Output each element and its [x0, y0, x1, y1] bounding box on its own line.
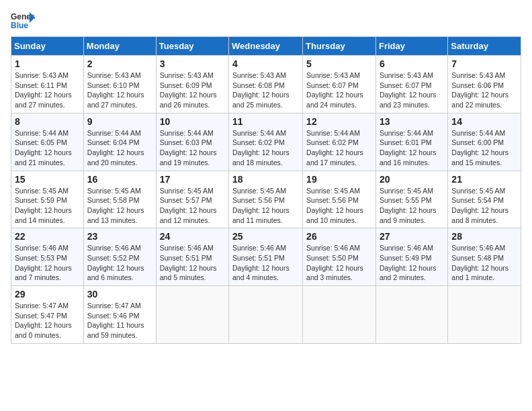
logo-icon: General Blue: [11, 11, 35, 30]
day-number: 10: [160, 116, 225, 127]
day-info: Sunrise: 5:46 AM Sunset: 5:53 PM Dayligh…: [15, 243, 80, 283]
day-number: 29: [15, 289, 80, 300]
day-info: Sunrise: 5:46 AM Sunset: 5:49 PM Dayligh…: [380, 243, 444, 283]
calendar-cell: 8 Sunrise: 5:44 AM Sunset: 6:05 PM Dayli…: [11, 113, 84, 171]
day-info: Sunrise: 5:45 AM Sunset: 5:56 PM Dayligh…: [306, 186, 372, 226]
day-info: Sunrise: 5:43 AM Sunset: 6:08 PM Dayligh…: [232, 71, 299, 110]
weekday-header: Thursday: [303, 37, 376, 56]
calendar-cell: 28 Sunrise: 5:46 AM Sunset: 5:48 PM Dayl…: [448, 228, 521, 286]
day-number: 17: [160, 174, 225, 185]
day-number: 6: [380, 58, 444, 69]
day-number: 25: [232, 231, 299, 242]
day-number: 13: [380, 116, 444, 127]
calendar-week-row: 8 Sunrise: 5:44 AM Sunset: 6:05 PM Dayli…: [11, 113, 521, 171]
calendar-cell: 24 Sunrise: 5:46 AM Sunset: 5:51 PM Dayl…: [156, 228, 228, 286]
weekday-header: Monday: [83, 37, 156, 56]
day-number: 20: [380, 174, 444, 185]
weekday-header: Wednesday: [229, 37, 303, 56]
day-number: 18: [232, 174, 299, 185]
day-info: Sunrise: 5:43 AM Sunset: 6:07 PM Dayligh…: [380, 71, 444, 110]
calendar-cell: 14 Sunrise: 5:44 AM Sunset: 6:00 PM Dayl…: [448, 113, 521, 171]
day-info: Sunrise: 5:46 AM Sunset: 5:48 PM Dayligh…: [451, 243, 517, 283]
calendar-cell: 19 Sunrise: 5:45 AM Sunset: 5:56 PM Dayl…: [303, 171, 376, 228]
day-number: 3: [160, 58, 225, 69]
day-info: Sunrise: 5:43 AM Sunset: 6:10 PM Dayligh…: [87, 71, 152, 110]
day-info: Sunrise: 5:44 AM Sunset: 6:05 PM Dayligh…: [15, 128, 80, 168]
calendar-cell: 6 Sunrise: 5:43 AM Sunset: 6:07 PM Dayli…: [375, 56, 447, 113]
day-number: 24: [160, 231, 225, 242]
calendar-cell: [156, 286, 228, 344]
day-info: Sunrise: 5:46 AM Sunset: 5:51 PM Dayligh…: [160, 243, 225, 283]
day-number: 16: [87, 174, 152, 185]
calendar-cell: 30 Sunrise: 5:47 AM Sunset: 5:46 PM Dayl…: [83, 286, 156, 344]
calendar-cell: [303, 286, 376, 344]
day-info: Sunrise: 5:45 AM Sunset: 5:57 PM Dayligh…: [160, 186, 225, 226]
day-info: Sunrise: 5:44 AM Sunset: 6:02 PM Dayligh…: [306, 128, 372, 168]
day-number: 23: [87, 231, 152, 242]
day-info: Sunrise: 5:44 AM Sunset: 6:03 PM Dayligh…: [160, 128, 225, 168]
day-info: Sunrise: 5:44 AM Sunset: 6:04 PM Dayligh…: [87, 128, 152, 168]
day-info: Sunrise: 5:45 AM Sunset: 5:58 PM Dayligh…: [87, 186, 152, 226]
calendar-cell: 5 Sunrise: 5:43 AM Sunset: 6:07 PM Dayli…: [303, 56, 376, 113]
day-number: 19: [306, 174, 372, 185]
day-number: 2: [87, 58, 152, 69]
day-number: 11: [232, 116, 299, 127]
calendar-cell: 10 Sunrise: 5:44 AM Sunset: 6:03 PM Dayl…: [156, 113, 228, 171]
weekday-header: Saturday: [448, 37, 521, 56]
calendar-cell: 25 Sunrise: 5:46 AM Sunset: 5:51 PM Dayl…: [229, 228, 303, 286]
calendar-cell: 16 Sunrise: 5:45 AM Sunset: 5:58 PM Dayl…: [83, 171, 156, 228]
day-number: 26: [306, 231, 372, 242]
calendar-week-row: 22 Sunrise: 5:46 AM Sunset: 5:53 PM Dayl…: [11, 228, 521, 286]
day-info: Sunrise: 5:43 AM Sunset: 6:11 PM Dayligh…: [15, 71, 80, 110]
day-number: 4: [232, 58, 299, 69]
day-info: Sunrise: 5:43 AM Sunset: 6:06 PM Dayligh…: [451, 71, 517, 110]
calendar-cell: 12 Sunrise: 5:44 AM Sunset: 6:02 PM Dayl…: [303, 113, 376, 171]
day-number: 15: [15, 174, 80, 185]
calendar-header-row: SundayMondayTuesdayWednesdayThursdayFrid…: [11, 37, 521, 56]
calendar-cell: 13 Sunrise: 5:44 AM Sunset: 6:01 PM Dayl…: [375, 113, 447, 171]
day-info: Sunrise: 5:45 AM Sunset: 5:59 PM Dayligh…: [15, 186, 80, 226]
day-info: Sunrise: 5:46 AM Sunset: 5:52 PM Dayligh…: [87, 243, 152, 283]
svg-text:Blue: Blue: [11, 21, 28, 30]
day-info: Sunrise: 5:44 AM Sunset: 6:00 PM Dayligh…: [451, 128, 517, 168]
calendar-cell: 11 Sunrise: 5:44 AM Sunset: 6:02 PM Dayl…: [229, 113, 303, 171]
calendar-cell: 9 Sunrise: 5:44 AM Sunset: 6:04 PM Dayli…: [83, 113, 156, 171]
day-info: Sunrise: 5:44 AM Sunset: 6:01 PM Dayligh…: [380, 128, 444, 168]
page-header: General Blue: [11, 11, 521, 30]
calendar-cell: [448, 286, 521, 344]
day-number: 5: [306, 58, 372, 69]
calendar-cell: 23 Sunrise: 5:46 AM Sunset: 5:52 PM Dayl…: [83, 228, 156, 286]
calendar-cell: 17 Sunrise: 5:45 AM Sunset: 5:57 PM Dayl…: [156, 171, 228, 228]
day-info: Sunrise: 5:47 AM Sunset: 5:46 PM Dayligh…: [87, 301, 152, 340]
logo: General Blue: [11, 11, 35, 30]
calendar-week-row: 29 Sunrise: 5:47 AM Sunset: 5:47 PM Dayl…: [11, 286, 521, 344]
calendar-cell: 27 Sunrise: 5:46 AM Sunset: 5:49 PM Dayl…: [375, 228, 447, 286]
calendar-cell: 18 Sunrise: 5:45 AM Sunset: 5:56 PM Dayl…: [229, 171, 303, 228]
calendar-cell: 20 Sunrise: 5:45 AM Sunset: 5:55 PM Dayl…: [375, 171, 447, 228]
day-info: Sunrise: 5:45 AM Sunset: 5:54 PM Dayligh…: [451, 186, 517, 226]
day-info: Sunrise: 5:43 AM Sunset: 6:07 PM Dayligh…: [306, 71, 372, 110]
calendar-cell: [229, 286, 303, 344]
calendar-cell: 22 Sunrise: 5:46 AM Sunset: 5:53 PM Dayl…: [11, 228, 84, 286]
weekday-header: Friday: [375, 37, 447, 56]
calendar-cell: [375, 286, 447, 344]
calendar-cell: 1 Sunrise: 5:43 AM Sunset: 6:11 PM Dayli…: [11, 56, 84, 113]
calendar-cell: 3 Sunrise: 5:43 AM Sunset: 6:09 PM Dayli…: [156, 56, 228, 113]
day-number: 12: [306, 116, 372, 127]
calendar-week-row: 1 Sunrise: 5:43 AM Sunset: 6:11 PM Dayli…: [11, 56, 521, 113]
calendar-cell: 26 Sunrise: 5:46 AM Sunset: 5:50 PM Dayl…: [303, 228, 376, 286]
calendar-cell: 29 Sunrise: 5:47 AM Sunset: 5:47 PM Dayl…: [11, 286, 84, 344]
weekday-header: Tuesday: [156, 37, 228, 56]
calendar-cell: 21 Sunrise: 5:45 AM Sunset: 5:54 PM Dayl…: [448, 171, 521, 228]
day-info: Sunrise: 5:45 AM Sunset: 5:56 PM Dayligh…: [232, 186, 299, 226]
calendar-table: SundayMondayTuesdayWednesdayThursdayFrid…: [11, 36, 521, 344]
weekday-header: Sunday: [11, 37, 84, 56]
day-number: 14: [451, 116, 517, 127]
day-number: 28: [451, 231, 517, 242]
day-number: 9: [87, 116, 152, 127]
day-number: 22: [15, 231, 80, 242]
day-number: 27: [380, 231, 444, 242]
day-number: 30: [87, 289, 152, 300]
day-info: Sunrise: 5:45 AM Sunset: 5:55 PM Dayligh…: [380, 186, 444, 226]
calendar-cell: 2 Sunrise: 5:43 AM Sunset: 6:10 PM Dayli…: [83, 56, 156, 113]
